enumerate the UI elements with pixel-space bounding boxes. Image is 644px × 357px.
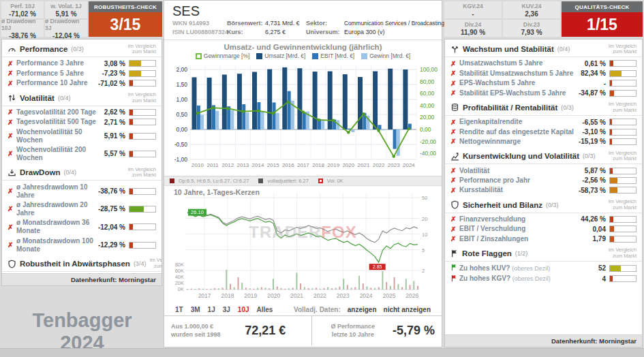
drawdown-icon	[7, 168, 16, 177]
profitability-coins-icon	[450, 103, 459, 112]
fail-icon: ✗	[450, 69, 459, 77]
svg-text:2020: 2020	[342, 162, 354, 168]
svg-text:2023: 2023	[387, 162, 399, 168]
compare-note: Im Vergleichzum Markt	[128, 167, 156, 178]
fail-icon: ✗	[7, 132, 16, 140]
score-section: Rote Flaggen (1/2) Im Vergleichzum Markt…	[445, 244, 642, 284]
period-button-10j[interactable]: 10J	[238, 306, 249, 313]
qualitaets-check-score: 1/15	[562, 12, 643, 37]
metric-row: ✗ Finanzverschuldung 44,26 %	[445, 215, 642, 224]
period-button-alles[interactable]: Alles	[257, 306, 273, 313]
section-score: (0/4)	[557, 46, 570, 52]
legend-label: Gewinnmarge [%]	[204, 52, 250, 59]
stat-box: Div.24 11,90 %	[444, 20, 502, 37]
stat-value: 5,91 %	[55, 10, 76, 18]
svg-text:60,00: 60,00	[420, 90, 435, 97]
metric-label: ø Monatsdrawdown 36 Monate	[16, 219, 98, 235]
svg-text:20K: 20K	[174, 280, 183, 286]
svg-text:1,50: 1,50	[176, 81, 187, 88]
stock-header: SES WKN 914993 Börsenwert: 4,731 Mrd. € …	[164, 1, 442, 40]
metric-label: Wochenvolatilität 200 Wochen	[16, 146, 104, 162]
robustheits-check-badge[interactable]: ROBUSTHEITS-CHECK 3/15	[89, 1, 162, 37]
robustheits-check-title: ROBUSTHEITS-CHECK	[89, 1, 162, 12]
svg-text:60K: 60K	[174, 268, 183, 274]
left-top-row: Perf. 10J -71,02 % w. Volat. 1J 5,91 % ø…	[1, 1, 162, 37]
metric-label: Performance 5 Jahre	[16, 69, 102, 78]
period-button-3m[interactable]: 3M	[191, 306, 200, 313]
fail-icon: ✗	[450, 187, 459, 194]
legend-label: Op:6.5, Hi:6.5, Lo:6.27, Cl:6.27	[179, 178, 249, 184]
metric-value: -6,55 %	[583, 119, 606, 126]
metric-label: Performance 10 Jahre	[16, 79, 98, 87]
svg-text:2011: 2011	[206, 162, 219, 168]
metric-value: 0,04	[593, 226, 606, 233]
stat-box: KGV.24 -	[444, 1, 502, 18]
robustheits-check-score: 3/15	[89, 12, 162, 37]
svg-text:2024: 2024	[403, 162, 415, 168]
chart-controls: 1T3M1J3J10JAlles Volladj. Daten: anzeige…	[164, 303, 442, 315]
section-title: Kursentwicklung und Volatilität	[463, 152, 579, 160]
metric-label: Kursstabilität	[459, 186, 579, 194]
price-history-chart[interactable]: 2017201820192020202120222023202420252026…	[164, 186, 442, 303]
svg-text:2025: 2025	[382, 292, 395, 299]
svg-text:2026: 2026	[405, 292, 418, 299]
fail-icon: ✗	[450, 119, 459, 126]
section-title: Rote Flaggen	[462, 249, 512, 258]
metric-label: ø Jahresdrawdown 20 Jahre	[16, 201, 98, 217]
metric-row: ✗ Umsatzwachstum 5 Jahre 0,61 %	[445, 59, 642, 68]
metric-value: -28,75 %	[98, 205, 125, 213]
fail-icon: ✗	[7, 80, 16, 87]
stat-label: Div.24	[465, 21, 481, 28]
metric-value: 2,62 %	[104, 108, 125, 116]
svg-text:50: 50	[422, 195, 427, 201]
section-header: Performance (0/3) Im Vergleichzum Markt	[2, 42, 162, 57]
metric-value: -34,87 %	[579, 89, 606, 97]
boersenwert-label: Börsenwert:	[227, 19, 265, 28]
legend-item: Gewinn [Mrd. €]	[361, 52, 410, 59]
fail-icon: ✗	[450, 138, 459, 145]
qualitaets-check-badge[interactable]: QUALITÄTS-CHECK 1/15	[562, 1, 643, 37]
period-button-1t[interactable]: 1T	[175, 306, 183, 313]
chart1-legend: Gewinnmarge [%]Umsatz [Mrd. €]EBIT [Mrd.…	[164, 51, 442, 60]
svg-text:40,00: 40,00	[420, 102, 435, 109]
comparison-bar	[609, 177, 637, 184]
stat-box: Div.23 7,93 %	[503, 20, 560, 37]
comparison-bar	[129, 109, 156, 116]
metric-label: Volatilität	[459, 167, 585, 175]
comparison-bar	[609, 275, 637, 282]
avg-performance-label: Ø Performanceletzte 10 Jahre	[319, 323, 387, 339]
legend-swatch-icon	[258, 178, 263, 183]
metric-label: Finanzverschuldung	[459, 215, 581, 223]
comparison-bar	[609, 119, 637, 125]
metric-value: 5,91 %	[104, 132, 125, 140]
period-button-1j[interactable]: 1J	[208, 306, 215, 313]
metric-label: Umsatzwachstum 5 Jahre	[459, 59, 585, 67]
stock-wkn: WKN 914993	[172, 19, 227, 28]
compare-note: Im Vergleichzum Markt	[128, 44, 156, 55]
metric-row: ✗ Performance pro Jahr -2,56 %	[445, 176, 642, 185]
stat-label: KGV.24	[463, 3, 482, 10]
stat-value: -71,02 %	[9, 10, 36, 18]
metric-value: 1,79	[593, 235, 606, 243]
red-flag-icon	[450, 275, 459, 283]
metric-label: Tagesvolatilität 500 Tage	[16, 118, 104, 126]
period-button-3j[interactable]: 3J	[223, 306, 230, 313]
metric-value: -38,76 %	[98, 187, 125, 195]
svg-text:-20,00: -20,00	[420, 138, 436, 145]
comparison-bar	[129, 119, 156, 125]
score-section: Performance (0/3) Im Vergleichzum Markt …	[2, 40, 162, 88]
section-header: Rote Flaggen (1/2) Im Vergleichzum Markt	[445, 246, 642, 262]
volladj-anzeigen[interactable]: anzeigen	[348, 306, 377, 313]
svg-text:80,00: 80,00	[420, 78, 435, 85]
metric-label: Eigenkapitalrendite	[459, 118, 583, 126]
score-section: Volatilität (0/4) Im Vergleichzum Markt …	[2, 88, 162, 163]
volladj-nicht-anzeigen[interactable]: nicht anzeigen	[384, 306, 431, 313]
stat-value: 11,90 %	[461, 29, 485, 36]
comparison-bar	[609, 187, 637, 193]
svg-text:2024: 2024	[359, 292, 372, 299]
svg-text:2016: 2016	[281, 162, 294, 168]
metric-row: ✗ Performance 5 Jahre -7,23 %	[2, 69, 162, 78]
svg-text:2,00: 2,00	[176, 66, 187, 73]
legend-swatch-icon	[318, 178, 323, 183]
traderfox-dashboard: Perf. 10J -71,02 % w. Volat. 1J 5,91 % ø…	[0, 0, 644, 357]
